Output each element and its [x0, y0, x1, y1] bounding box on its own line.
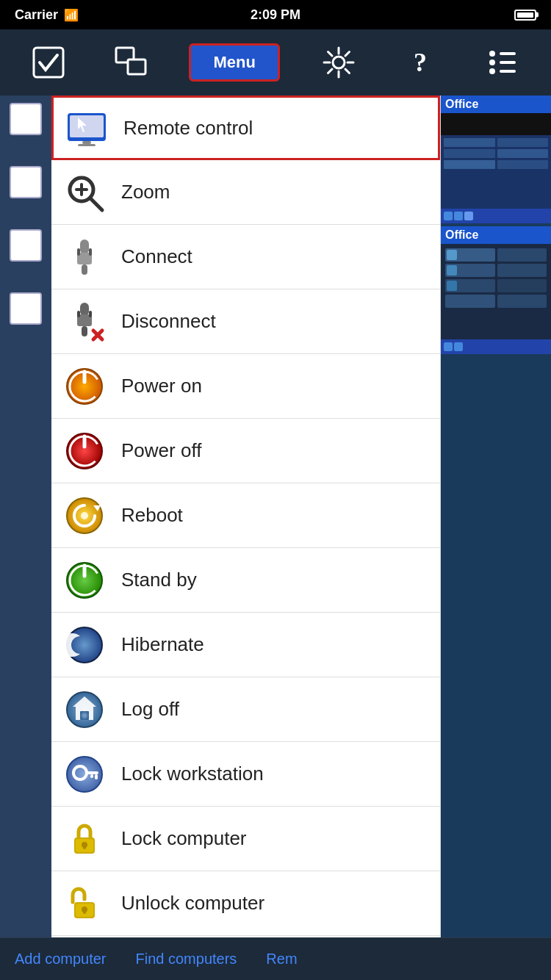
power-off-icon: [62, 429, 107, 473]
menu-item-disconnect[interactable]: Disconnect: [51, 289, 440, 354]
add-computer-label: Add computer: [15, 951, 107, 967]
help-icon: ?: [404, 46, 436, 79]
svg-rect-37: [77, 311, 80, 317]
office-panel-1-title: Office: [441, 96, 551, 113]
settings-icon: [323, 46, 355, 79]
lock-workstation-icon: [62, 752, 107, 796]
svg-rect-32: [77, 248, 80, 256]
logoff-icon: [62, 688, 107, 732]
disconnect-icon: [62, 300, 107, 344]
svg-line-9: [345, 69, 350, 73]
menu-item-label-power-on: Power on: [121, 375, 202, 397]
menu-item-label-log-off: Log off: [121, 698, 179, 721]
rem-button[interactable]: Rem: [251, 943, 311, 975]
menu-item-hibernate[interactable]: Hibernate: [51, 613, 440, 677]
battery-icon: [514, 10, 536, 21]
taskbar-1: [441, 209, 551, 223]
menu-item-label-connect: Connect: [121, 245, 192, 268]
add-computer-button[interactable]: Add computer: [0, 943, 121, 975]
status-bar: Carrier 📶 2:09 PM: [0, 0, 551, 29]
office-panel-2[interactable]: Office: [441, 226, 551, 354]
power-on-icon: [62, 364, 107, 408]
menu-item-label-stand-by: Stand by: [121, 569, 197, 591]
svg-rect-65: [83, 845, 86, 849]
help-button[interactable]: ?: [397, 39, 444, 86]
screens-button[interactable]: [107, 39, 154, 86]
menu-item-label-reboot: Reboot: [121, 504, 183, 527]
svg-rect-34: [80, 303, 89, 316]
svg-point-49: [81, 512, 88, 519]
carrier-label: Carrier: [15, 7, 58, 23]
svg-rect-24: [78, 144, 96, 146]
left-sidebar: [0, 96, 51, 980]
svg-rect-23: [82, 141, 91, 144]
office-panel-2-title: Office: [441, 226, 551, 244]
menu-item-label-hibernate: Hibernate: [121, 633, 204, 656]
menu-item-label-lock-computer: Lock computer: [121, 827, 247, 850]
list-button[interactable]: [479, 39, 526, 86]
find-computers-button[interactable]: Find computers: [121, 943, 252, 975]
bottom-bar: Add computer Find computers Rem: [0, 937, 551, 980]
carrier-info: Carrier 📶: [15, 7, 79, 23]
remote-control-icon: [65, 106, 109, 150]
taskbar-2: [441, 339, 551, 354]
menu-item-zoom[interactable]: Zoom: [51, 160, 440, 225]
toolbar: Menu ?: [0, 29, 551, 96]
svg-rect-2: [128, 60, 145, 74]
menu-label: Menu: [213, 53, 255, 72]
menu-item-label-lock-workstation: Lock workstation: [121, 763, 264, 785]
sidebar-checkbox-2[interactable]: [10, 166, 42, 198]
office-preview-2: [441, 244, 551, 339]
menu-item-label-zoom: Zoom: [121, 181, 170, 203]
hibernate-icon: [62, 623, 107, 667]
checkmark-button[interactable]: [25, 39, 72, 86]
list-icon: [486, 46, 519, 79]
menu-panel: Remote control Zoom: [51, 96, 441, 980]
svg-rect-59: [85, 771, 98, 774]
rem-label: Rem: [266, 951, 297, 967]
menu-item-power-off[interactable]: Power off: [51, 419, 440, 483]
find-computers-label: Find computers: [136, 951, 237, 967]
svg-rect-29: [80, 239, 89, 254]
menu-item-stand-by[interactable]: Stand by: [51, 548, 440, 613]
menu-button[interactable]: Menu: [189, 43, 279, 82]
menu-item-lock-computer[interactable]: Lock computer: [51, 807, 440, 871]
menu-item-remote-control[interactable]: Remote control: [51, 96, 440, 160]
settings-button[interactable]: [315, 39, 362, 86]
standby-icon: [62, 558, 107, 602]
svg-line-11: [328, 69, 332, 73]
menu-item-connect[interactable]: Connect: [51, 225, 440, 289]
svg-rect-69: [83, 909, 86, 914]
svg-rect-14: [500, 61, 516, 64]
svg-rect-21: [70, 115, 104, 137]
right-sidebar: Office: [441, 96, 551, 980]
svg-point-18: [489, 68, 495, 74]
svg-line-10: [345, 52, 350, 57]
office-panel-1[interactable]: Office: [441, 96, 551, 223]
office-preview-1: [441, 113, 551, 209]
menu-item-label-power-off: Power off: [121, 439, 201, 462]
menu-item-log-off[interactable]: Log off: [51, 677, 440, 742]
svg-rect-33: [89, 248, 92, 256]
svg-text:?: ?: [414, 48, 427, 77]
svg-line-26: [90, 198, 102, 210]
menu-item-unlock-computer[interactable]: Unlock computer: [51, 871, 440, 936]
sidebar-checkbox-3[interactable]: [10, 229, 42, 262]
checkmark-icon: [32, 46, 65, 79]
screens-icon: [115, 46, 147, 79]
menu-item-power-on[interactable]: Power on: [51, 354, 440, 419]
wifi-icon: 📶: [64, 8, 79, 22]
battery-indicator: [514, 10, 536, 21]
menu-item-label-remote-control: Remote control: [123, 117, 253, 140]
zoom-icon: [62, 170, 107, 215]
menu-item-lock-workstation[interactable]: Lock workstation: [51, 742, 440, 807]
sidebar-checkbox-1[interactable]: [10, 103, 42, 135]
svg-rect-60: [95, 774, 98, 779]
svg-rect-61: [90, 774, 93, 778]
time-display: 2:09 PM: [251, 7, 300, 23]
svg-rect-38: [89, 311, 92, 317]
svg-line-8: [328, 52, 332, 57]
menu-item-reboot[interactable]: Reboot: [51, 483, 440, 548]
sidebar-checkbox-4[interactable]: [10, 292, 42, 325]
svg-rect-15: [500, 70, 516, 73]
